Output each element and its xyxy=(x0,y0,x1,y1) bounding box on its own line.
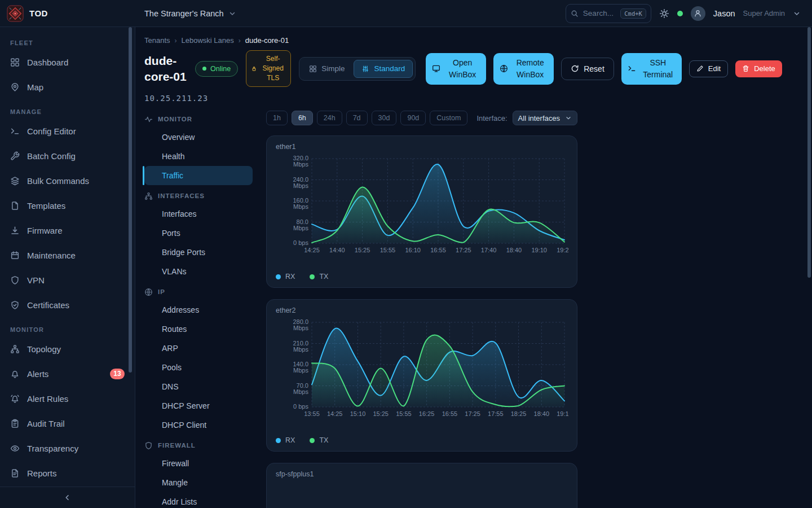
svg-text:Mbps: Mbps xyxy=(293,161,308,168)
bell-ring-icon xyxy=(10,394,20,404)
sidebar-item-config-editor[interactable]: Config Editor xyxy=(0,119,135,143)
svg-text:19:25: 19:25 xyxy=(557,247,569,253)
range-1h-button[interactable]: 1h xyxy=(266,111,288,125)
user-role: Super Admin xyxy=(743,9,785,17)
subnav-item-arp[interactable]: ARP xyxy=(144,339,253,358)
subnav-item-addresses[interactable]: Addresses xyxy=(144,300,253,319)
page-title: dude-core-01 xyxy=(144,53,187,85)
sidebar-item-vpn[interactable]: VPN xyxy=(0,268,135,292)
brand-block: TOD xyxy=(0,5,135,22)
breadcrumb-tenants[interactable]: Tenants xyxy=(144,36,170,45)
sidebar-section-manage: MANAGE xyxy=(0,108,135,115)
subnav-item-traffic[interactable]: Traffic xyxy=(144,166,253,185)
user-name: Jason xyxy=(713,9,735,18)
bell-icon xyxy=(10,369,20,379)
breadcrumb-tenant-name[interactable]: Lebowski Lanes xyxy=(182,36,234,45)
svg-text:15:10: 15:10 xyxy=(350,410,366,417)
legend-tx: TX xyxy=(310,273,328,281)
rx-dot xyxy=(276,274,281,279)
chart-title: ether1 xyxy=(276,143,568,151)
reset-button[interactable]: Reset xyxy=(561,58,614,80)
svg-text:15:25: 15:25 xyxy=(373,410,389,417)
sidebar-item-alert-rules[interactable]: Alert Rules xyxy=(0,386,135,411)
sidebar-item-topology[interactable]: Topology xyxy=(0,336,135,361)
sidebar-item-audit-trail[interactable]: Audit Trail xyxy=(0,411,135,436)
subnav-item-routes[interactable]: Routes xyxy=(144,319,253,339)
range-24h-button[interactable]: 24h xyxy=(317,111,342,125)
brand-name: TOD xyxy=(29,8,48,18)
page-scrollbar[interactable] xyxy=(807,27,811,278)
sidebar-item-label: Certificates xyxy=(27,300,69,310)
sidebar-item-maintenance[interactable]: Maintenance xyxy=(0,243,135,268)
subnav-item-bridge-ports[interactable]: Bridge Ports xyxy=(144,243,253,262)
mode-simple-button[interactable]: Simple xyxy=(302,60,352,78)
sidebar-item-transparency[interactable]: Transparency xyxy=(0,436,135,461)
sidebar-item-map[interactable]: Map xyxy=(0,75,135,99)
interface-select[interactable]: All interfaces xyxy=(513,111,577,125)
sidebar-item-firmware[interactable]: Firmware xyxy=(0,218,135,243)
svg-text:14:25: 14:25 xyxy=(327,410,343,417)
avatar[interactable] xyxy=(691,6,705,21)
delete-button[interactable]: Delete xyxy=(735,60,782,77)
wrench-icon xyxy=(10,151,20,161)
theme-toggle-sun-icon[interactable] xyxy=(659,8,669,19)
sidebar-item-templates[interactable]: Templates xyxy=(0,193,135,218)
subnav-item-health[interactable]: Health xyxy=(144,147,253,166)
sidebar-scrollbar[interactable] xyxy=(129,27,132,373)
search-input[interactable]: Search... Cmd+K xyxy=(566,4,651,23)
range-90d-button[interactable]: 90d xyxy=(400,111,426,125)
chevron-left-icon xyxy=(63,493,72,502)
edit-button[interactable]: Edit xyxy=(689,60,728,77)
subnav-item-firewall[interactable]: Firewall xyxy=(144,454,253,473)
remote-winbox-button[interactable]: Remote WinBox xyxy=(493,53,554,85)
subnav-item-dhcp-client[interactable]: DHCP Client xyxy=(144,415,253,435)
breadcrumb-current: dude-core-01 xyxy=(245,36,289,45)
sidebar-item-batch-config[interactable]: Batch Config xyxy=(0,143,135,168)
svg-text:Mbps: Mbps xyxy=(293,325,308,331)
range-6h-button[interactable]: 6h xyxy=(292,111,313,125)
open-winbox-button[interactable]: Open WinBox xyxy=(426,53,486,85)
range-7d-button[interactable]: 7d xyxy=(346,111,368,125)
sidebar-item-alerts[interactable]: Alerts 13 xyxy=(0,361,135,386)
svg-text:17:25: 17:25 xyxy=(456,247,471,253)
device-actions: Open WinBox Remote WinBox Reset SSH Term… xyxy=(426,53,782,85)
subnav-item-pools[interactable]: Pools xyxy=(144,358,253,377)
breadcrumb-separator: › xyxy=(239,37,241,45)
mode-standard-button[interactable]: Standard xyxy=(354,60,413,78)
globe-icon xyxy=(500,64,508,73)
subnav-item-dhcp-server[interactable]: DHCP Server xyxy=(144,396,253,415)
user-menu-chevron-down-icon[interactable] xyxy=(793,10,801,17)
svg-text:16:55: 16:55 xyxy=(430,247,446,253)
subnav-item-interfaces[interactable]: Interfaces xyxy=(144,204,253,224)
sidebar-item-dashboard[interactable]: Dashboard xyxy=(0,50,135,75)
subnav-item-mangle[interactable]: Mangle xyxy=(144,473,253,492)
chart-card-ether1: ether1 320.0Mbps240.0Mbps160.0Mbps80.0Mb… xyxy=(266,135,577,288)
subnav-item-addr-lists[interactable]: Addr Lists xyxy=(144,492,253,508)
range-custom-button[interactable]: Custom xyxy=(430,111,467,125)
device-header: dude-core-01 Online Self-Signed TLS Simp… xyxy=(135,45,812,87)
subnav-item-overview[interactable]: Overview xyxy=(144,128,253,147)
svg-text:0 bps: 0 bps xyxy=(293,403,308,410)
trash-icon xyxy=(742,65,749,72)
sidebar-collapse-button[interactable] xyxy=(0,487,135,508)
range-30d-button[interactable]: 30d xyxy=(372,111,397,125)
sidebar-item-reports[interactable]: Reports xyxy=(0,461,135,485)
tls-warning-badge: Self-Signed TLS xyxy=(246,50,291,87)
shield-icon xyxy=(10,275,20,285)
subnav-item-ports[interactable]: Ports xyxy=(144,224,253,243)
sidebar-item-label: Transparency xyxy=(27,444,78,453)
svg-text:18:25: 18:25 xyxy=(511,410,527,417)
view-mode-toggle: Simple Standard xyxy=(299,57,416,81)
sidebar-item-certificates[interactable]: Certificates xyxy=(0,292,135,317)
ssh-terminal-button[interactable]: SSH Terminal xyxy=(621,53,682,85)
svg-text:13:55: 13:55 xyxy=(304,410,320,417)
file-icon xyxy=(10,201,20,211)
tenant-switcher[interactable]: The Stranger's Ranch xyxy=(135,9,236,18)
network-icon xyxy=(144,192,153,200)
sidebar-item-bulk-commands[interactable]: Bulk Commands xyxy=(0,168,135,193)
tx-dot xyxy=(310,274,315,279)
chart-legend: RX TX xyxy=(276,273,568,281)
subnav-item-dns[interactable]: DNS xyxy=(144,377,253,396)
svg-text:19:10: 19:10 xyxy=(531,247,547,253)
subnav-item-vlans[interactable]: VLANs xyxy=(144,262,253,281)
